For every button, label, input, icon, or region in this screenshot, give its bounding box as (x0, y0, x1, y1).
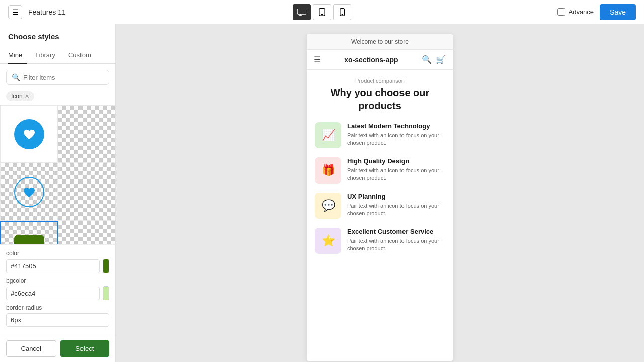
style-cell-1[interactable] (0, 105, 58, 163)
select-button[interactable]: Select (60, 340, 110, 357)
left-panel: Choose styles Mine Library Custom 🔍 Icon… (0, 24, 116, 362)
color-property: color (6, 250, 109, 273)
bgcolor-swatch[interactable] (103, 286, 109, 300)
style-cell-3[interactable] (0, 163, 58, 221)
green-square-icon (14, 235, 44, 245)
feature-item-2: 💬 UX Planning Pair text with an icon to … (315, 193, 445, 219)
feature-item-1: 🎁 High Quality Design Pair text with an … (315, 157, 445, 184)
advance-checkbox-label[interactable]: Advance (557, 8, 594, 16)
store-welcome-bar: Welcome to our store (307, 34, 453, 50)
filter-tags: Icon ✕ (0, 91, 115, 105)
feature-title-2: UX Planning (347, 193, 445, 200)
feature-desc-0: Pair text with an icon to focus on your … (347, 132, 445, 147)
save-button[interactable]: Save (600, 4, 636, 20)
style-cell-2[interactable] (58, 105, 115, 163)
store-nav: ☰ xo-sections-app 🔍 🛒 (307, 50, 453, 70)
bgcolor-input-row (6, 286, 109, 300)
blue-circle-icon (14, 119, 44, 149)
feature-desc-1: Pair text with an icon to focus on your … (347, 167, 445, 183)
properties-section: color bgcolor border-radius (0, 244, 115, 335)
feature-desc-2: Pair text with an icon to focus on your … (347, 202, 445, 218)
feature-icon-1: 🎁 (315, 157, 341, 184)
feature-title-3: Excellent Customer Service (347, 228, 445, 235)
search-nav-icon[interactable]: 🔍 (422, 55, 432, 64)
canvas-area: Welcome to our store ☰ xo-sections-app 🔍… (116, 24, 644, 362)
style-tabs: Mine Library Custom (0, 47, 115, 64)
feature-item-0: 📈 Latest Modern Technology Pair text wit… (315, 122, 445, 148)
feature-text-2: UX Planning Pair text with an icon to fo… (347, 193, 445, 218)
blue-outline-icon (14, 177, 44, 207)
tab-library[interactable]: Library (35, 47, 60, 64)
store-body: Product comparison Why you choose our pr… (307, 70, 453, 271)
styles-grid: ✏ ✓ (0, 105, 115, 244)
color-input-row (6, 259, 109, 273)
mobile-view-button[interactable] (333, 4, 351, 20)
icon-tag: Icon ✕ (6, 91, 34, 101)
feature-item-3: ⭐ Excellent Customer Service Pair text w… (315, 228, 445, 254)
bottom-buttons: Cancel Select (0, 335, 115, 362)
style-cell-4[interactable] (58, 163, 115, 221)
panel-title: Choose styles (0, 24, 115, 47)
top-bar-left: ☰ Features 11 (8, 5, 66, 19)
store-brand: xo-sections-app (344, 56, 398, 64)
view-toggle-group (293, 4, 351, 20)
bgcolor-label: bgcolor (6, 277, 109, 284)
store-nav-icons: 🔍 🛒 (422, 55, 446, 64)
cart-nav-icon[interactable]: 🛒 (436, 55, 446, 64)
border-radius-property: border-radius (6, 304, 109, 327)
border-radius-label: border-radius (6, 304, 109, 311)
advance-checkbox[interactable] (557, 8, 565, 16)
remove-tag-button[interactable]: ✕ (25, 93, 29, 100)
section-title: Why you choose our products (315, 86, 445, 112)
top-bar-right: Advance Save (557, 4, 636, 20)
bgcolor-input[interactable] (6, 287, 100, 300)
feature-text-1: High Quality Design Pair text with an ic… (347, 157, 445, 183)
feature-title-0: Latest Modern Technology (347, 122, 445, 130)
feature-icon-3: ⭐ (315, 228, 341, 254)
heart-svg-3 (22, 186, 36, 199)
cancel-button[interactable]: Cancel (6, 340, 56, 357)
heart-svg-1 (22, 128, 36, 141)
search-bar: 🔍 (6, 70, 109, 85)
border-radius-input[interactable] (6, 313, 109, 327)
collapse-button[interactable]: ☰ (8, 5, 22, 19)
search-icon: 🔍 (12, 73, 20, 81)
svg-point-6 (342, 14, 342, 15)
feature-icon-2: 💬 (315, 193, 341, 219)
top-bar: ☰ Features 11 Advance Save (0, 0, 644, 24)
tablet-view-button[interactable] (313, 4, 331, 20)
feature-title-1: High Quality Design (347, 157, 445, 165)
svg-point-4 (321, 14, 323, 15)
color-swatch[interactable] (103, 259, 109, 273)
tab-custom[interactable]: Custom (68, 47, 96, 64)
main-layout: Choose styles Mine Library Custom 🔍 Icon… (0, 24, 644, 362)
color-input[interactable] (6, 259, 100, 273)
style-cell-5[interactable]: ✏ ✓ (0, 221, 58, 244)
tab-mine[interactable]: Mine (8, 47, 27, 64)
store-preview: Welcome to our store ☰ xo-sections-app 🔍… (307, 34, 453, 361)
bgcolor-property: bgcolor (6, 277, 109, 300)
search-input[interactable] (23, 74, 104, 81)
feature-icon-0: 📈 (315, 122, 341, 148)
svg-rect-0 (297, 9, 306, 14)
hamburger-icon[interactable]: ☰ (314, 55, 321, 64)
feature-text-3: Excellent Customer Service Pair text wit… (347, 228, 445, 253)
feature-text-0: Latest Modern Technology Pair text with … (347, 122, 445, 147)
color-label: color (6, 250, 109, 257)
page-title: Features 11 (28, 8, 66, 16)
feature-desc-3: Pair text with an icon to focus on your … (347, 237, 445, 253)
section-subtitle: Product comparison (315, 78, 445, 84)
desktop-view-button[interactable] (293, 4, 311, 20)
style-cell-6[interactable] (58, 221, 115, 244)
heart-svg-5 (22, 243, 36, 245)
